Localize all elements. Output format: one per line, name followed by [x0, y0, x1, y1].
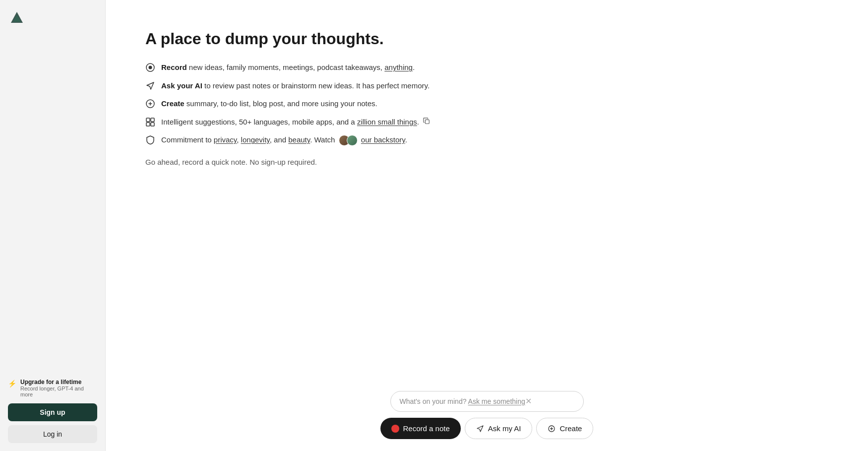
ai-send-icon [476, 425, 484, 433]
svg-rect-8 [151, 123, 154, 126]
ask-ai-label: Ask my AI [488, 424, 521, 433]
record-icon [145, 63, 155, 72]
feature-commitment: Commitment to privacy, longevity, and be… [145, 134, 828, 146]
beauty-link[interactable]: beauty [288, 135, 310, 144]
upgrade-subtitle: Record longer, GPT-4 and more [20, 386, 97, 397]
content-area: A place to dump your thoughts. Record ne… [106, 0, 868, 383]
main-content: A place to dump your thoughts. Record ne… [106, 0, 868, 451]
anything-link[interactable]: anything [384, 63, 413, 71]
feature-ask-ai-text: Ask your AI to review past notes or brai… [161, 80, 430, 92]
create-icon [145, 99, 155, 109]
zillion-link[interactable]: zillion small things [357, 118, 417, 126]
signup-button[interactable]: Sign up [8, 403, 97, 421]
feature-ask-ai: Ask your AI to review past notes or brai… [145, 80, 828, 92]
feature-create: Create summary, to-do list, blog post, a… [145, 98, 828, 110]
ask-me-link[interactable]: Ask me something [468, 397, 525, 405]
shield-icon [145, 135, 155, 145]
avatar-2 [347, 135, 358, 146]
hero-title: A place to dump your thoughts. [145, 30, 828, 48]
feature-intelligent: Intelligent suggestions, 50+ languages, … [145, 117, 828, 128]
bottom-bar: What's on your mind? Ask me something ✕ … [106, 383, 868, 451]
record-note-label: Record a note [403, 424, 450, 433]
search-input-placeholder: What's on your mind? Ask me something [400, 397, 525, 405]
svg-rect-5 [146, 118, 150, 122]
search-input-container[interactable]: What's on your mind? Ask me something ✕ [390, 391, 584, 412]
action-buttons: Record a note Ask my AI Create [380, 418, 594, 439]
svg-rect-9 [425, 120, 429, 124]
upgrade-icon: ⚡ [8, 380, 16, 387]
upgrade-text: Upgrade for a lifetime Record longer, GP… [20, 379, 97, 397]
record-dot-icon [391, 425, 399, 433]
app-logo-icon [10, 11, 24, 25]
copy-icon [423, 118, 430, 125]
create-button[interactable]: Create [536, 418, 593, 439]
login-button[interactable]: Log in [8, 425, 97, 443]
create-btn-icon [548, 425, 556, 433]
svg-point-3 [149, 66, 152, 69]
backstory-link[interactable]: our backstory [361, 135, 405, 144]
tagline: Go ahead, record a quick note. No sign-u… [145, 158, 828, 166]
upgrade-section: ⚡ Upgrade for a lifetime Record longer, … [8, 379, 97, 397]
sidebar: ⚡ Upgrade for a lifetime Record longer, … [0, 0, 106, 451]
grid-icon [145, 117, 155, 127]
svg-rect-7 [146, 123, 150, 126]
features-list: Record new ideas, family moments, meetin… [145, 62, 828, 146]
clear-button[interactable]: ✕ [525, 397, 532, 405]
create-label: Create [559, 424, 582, 433]
feature-intelligent-text: Intelligent suggestions, 50+ languages, … [161, 117, 430, 128]
feature-record-text: Record new ideas, family moments, meetin… [161, 62, 415, 73]
feature-record: Record new ideas, family moments, meetin… [145, 62, 828, 73]
svg-rect-6 [151, 118, 154, 122]
privacy-link[interactable]: privacy [214, 135, 237, 144]
feature-commitment-text: Commitment to privacy, longevity, and be… [161, 134, 407, 146]
longevity-link[interactable]: longevity [241, 135, 270, 144]
send-icon [145, 81, 155, 91]
upgrade-title: Upgrade for a lifetime [20, 379, 97, 386]
record-note-button[interactable]: Record a note [380, 418, 461, 439]
logo [0, 0, 105, 38]
ask-ai-button[interactable]: Ask my AI [465, 418, 533, 439]
sidebar-bottom: ⚡ Upgrade for a lifetime Record longer, … [0, 371, 105, 451]
feature-create-text: Create summary, to-do list, blog post, a… [161, 98, 377, 110]
